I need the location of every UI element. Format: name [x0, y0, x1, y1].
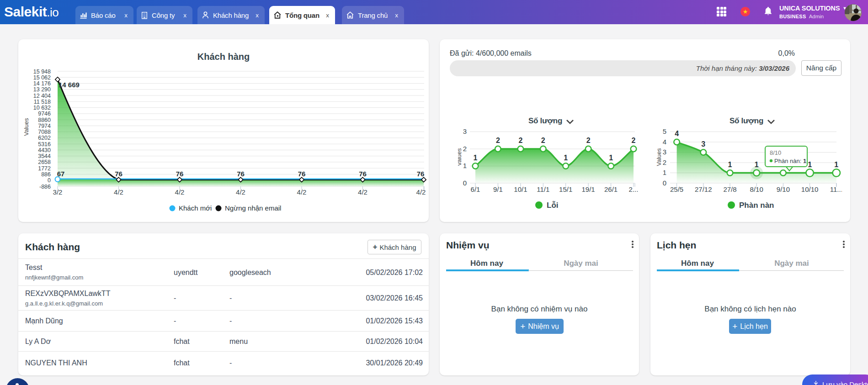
svg-text:2: 2 — [463, 145, 467, 153]
svg-text:9/10: 9/10 — [777, 185, 790, 193]
svg-text:11/1: 11/1 — [537, 185, 549, 193]
svg-text:Ngừng nhận email: Ngừng nhận email — [225, 204, 281, 212]
svg-text:2: 2 — [663, 158, 666, 166]
svg-text:Số lượng: Số lượng — [730, 116, 763, 125]
svg-text:2: 2 — [586, 137, 591, 144]
svg-text:1: 1 — [755, 161, 759, 169]
svg-text:7974: 7974 — [38, 123, 51, 129]
svg-text:2: 2 — [541, 137, 545, 144]
svg-text:2: 2 — [518, 137, 522, 144]
svg-text:8/10: 8/10 — [750, 185, 763, 193]
svg-text:4/2: 4/2 — [114, 188, 123, 196]
svg-text:8860: 8860 — [38, 117, 51, 123]
svg-text:15 062: 15 062 — [33, 74, 51, 81]
svg-text:27/12: 27/12 — [695, 185, 712, 193]
svg-text:1: 1 — [834, 161, 838, 169]
svg-text:4/2: 4/2 — [236, 188, 245, 196]
svg-text:7088: 7088 — [38, 129, 51, 135]
svg-text:1772: 1772 — [38, 165, 51, 172]
svg-text:0: 0 — [463, 179, 467, 187]
svg-text:11 518: 11 518 — [34, 99, 51, 105]
svg-text:6202: 6202 — [38, 135, 51, 141]
svg-text:-886: -886 — [39, 184, 51, 190]
svg-text:76: 76 — [417, 170, 425, 178]
svg-text:1: 1 — [808, 161, 812, 169]
svg-text:76: 76 — [176, 170, 184, 178]
svg-text:4/2: 4/2 — [358, 188, 367, 196]
svg-text:5316: 5316 — [38, 141, 51, 148]
svg-text:4: 4 — [663, 138, 666, 146]
svg-text:1: 1 — [474, 154, 478, 162]
svg-text:14 176: 14 176 — [33, 80, 51, 87]
svg-text:3544: 3544 — [38, 153, 51, 159]
svg-text:76: 76 — [237, 170, 245, 178]
svg-text:Phàn nàn: 1: Phàn nàn: 1 — [774, 158, 806, 164]
svg-text:76: 76 — [115, 170, 122, 178]
svg-text:Values: Values — [23, 118, 30, 136]
svg-text:5: 5 — [663, 127, 666, 135]
svg-text:2658: 2658 — [38, 159, 51, 165]
svg-text:8/10: 8/10 — [770, 149, 781, 156]
svg-text:2: 2 — [496, 137, 500, 144]
svg-text:1: 1 — [663, 169, 666, 176]
svg-text:25/5: 25/5 — [670, 185, 683, 193]
svg-text:1: 1 — [463, 162, 467, 169]
svg-text:26/1: 26/1 — [604, 185, 618, 193]
svg-text:12 404: 12 404 — [33, 93, 51, 99]
svg-text:67: 67 — [57, 170, 65, 178]
svg-text:13 290: 13 290 — [33, 86, 51, 93]
svg-text:4430: 4430 — [38, 147, 51, 153]
svg-text:Lỗi: Lỗi — [547, 201, 559, 210]
svg-text:3/2: 3/2 — [53, 188, 63, 196]
svg-text:19/1: 19/1 — [581, 185, 595, 193]
svg-text:14 669: 14 669 — [59, 81, 80, 89]
svg-text:3: 3 — [663, 148, 666, 156]
svg-text:1: 1 — [564, 154, 568, 162]
svg-text:76: 76 — [298, 170, 306, 178]
svg-text:15 948: 15 948 — [33, 69, 51, 75]
svg-text:Phàn nàn: Phàn nàn — [739, 201, 774, 210]
svg-text:2...: 2... — [629, 185, 639, 193]
svg-text:Khách mới: Khách mới — [179, 204, 212, 212]
svg-text:Values: Values — [655, 148, 662, 166]
svg-text:1: 1 — [609, 154, 613, 162]
svg-text:4/2: 4/2 — [175, 188, 185, 196]
svg-text:0: 0 — [663, 179, 666, 187]
svg-text:886: 886 — [41, 171, 51, 178]
svg-text:15/1: 15/1 — [559, 185, 572, 193]
svg-text:27/8: 27/8 — [723, 185, 736, 193]
svg-text:9746: 9746 — [38, 111, 51, 117]
svg-text:4: 4 — [675, 130, 679, 137]
svg-text:0: 0 — [48, 177, 51, 184]
svg-text:Values: Values — [458, 148, 463, 166]
svg-text:11...: 11... — [830, 185, 842, 193]
svg-text:9/1: 9/1 — [493, 185, 503, 193]
svg-text:76: 76 — [359, 170, 367, 178]
svg-text:Số lượng: Số lượng — [528, 116, 562, 125]
svg-text:10 632: 10 632 — [33, 105, 51, 111]
svg-text:4/2: 4/2 — [416, 188, 426, 196]
svg-text:6/1: 6/1 — [471, 185, 480, 193]
svg-text:10/10: 10/10 — [801, 185, 819, 193]
svg-text:10/1: 10/1 — [514, 185, 527, 193]
svg-text:3: 3 — [463, 127, 467, 135]
svg-text:3: 3 — [701, 140, 705, 148]
svg-text:4/2: 4/2 — [297, 188, 307, 196]
svg-text:2: 2 — [632, 137, 636, 144]
svg-text:1: 1 — [728, 161, 732, 169]
